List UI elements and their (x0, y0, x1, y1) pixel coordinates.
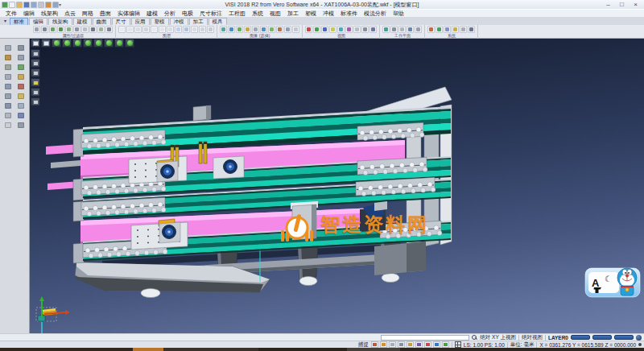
type-filter-icon[interactable] (65, 26, 72, 33)
close-button[interactable]: × (629, 1, 642, 9)
menu-item-15[interactable]: 加工 (284, 10, 302, 18)
view-rotate-icon[interactable] (337, 26, 345, 33)
select-all-icon[interactable] (73, 26, 80, 33)
scissors-icon[interactable] (16, 53, 25, 61)
view-front-icon[interactable] (321, 26, 328, 33)
tab-11[interactable]: 模具 (208, 18, 227, 25)
layer-block-3[interactable] (614, 335, 634, 340)
new-window-icon[interactable] (31, 39, 40, 47)
menu-item-19[interactable]: 模流分析 (361, 10, 390, 18)
workplane-3pt-icon[interactable] (415, 26, 422, 33)
menu-item-4[interactable]: 点云 (61, 10, 79, 18)
app-icon[interactable] (2, 2, 8, 8)
bottom-view-icon[interactable] (125, 39, 134, 47)
view-prev-icon[interactable] (369, 26, 377, 33)
layer-filter-icon[interactable] (57, 26, 64, 33)
menu-item-5[interactable]: 网格 (79, 10, 97, 18)
mask-filter-icon[interactable] (31, 97, 40, 106)
view-pan-icon[interactable] (345, 26, 353, 33)
trim-icon[interactable] (16, 43, 25, 52)
rotate-icon[interactable] (3, 72, 12, 81)
copy-icon[interactable] (16, 63, 25, 71)
calculator-icon[interactable] (436, 26, 443, 33)
options-icon[interactable] (452, 26, 459, 33)
menu-item-11[interactable]: 尺寸标注 (196, 10, 225, 18)
workplane-align-icon[interactable] (390, 26, 398, 33)
section-icon[interactable] (268, 26, 275, 33)
status-tool-8[interactable] (433, 341, 440, 348)
plane-filter-icon[interactable] (31, 59, 40, 68)
layer-copy-icon[interactable] (159, 26, 166, 33)
undo-icon[interactable] (45, 2, 52, 8)
menu-item-3[interactable]: 线架构 (38, 10, 61, 18)
frame-icon[interactable] (3, 53, 12, 61)
status-tool-3[interactable] (389, 341, 396, 348)
right-view-icon[interactable] (93, 39, 103, 47)
workplane-icon[interactable] (382, 26, 390, 33)
windows-taskbar[interactable] (0, 348, 644, 351)
hide-icon[interactable] (89, 26, 97, 33)
move-icon[interactable] (3, 63, 12, 71)
render-sphere-icon[interactable] (636, 335, 642, 341)
delete-icon[interactable] (16, 121, 25, 129)
layer-block-2[interactable] (592, 335, 612, 340)
menu-item-14[interactable]: 视图 (266, 10, 284, 18)
light-icon[interactable] (284, 26, 291, 33)
settings-icon[interactable] (427, 26, 435, 33)
layer-move-icon[interactable] (151, 26, 158, 33)
workplane-reset-icon[interactable] (398, 26, 406, 33)
menu-item-16[interactable]: 塑模 (302, 10, 320, 18)
tab-8[interactable]: 塑模 (151, 18, 169, 25)
minimize-button[interactable]: – (601, 1, 615, 9)
extend-icon[interactable] (16, 101, 25, 109)
layer-filter-icon[interactable] (31, 88, 40, 97)
join-icon[interactable] (16, 111, 25, 119)
status-tool-2[interactable] (380, 341, 387, 348)
taskbar-segment-4[interactable] (258, 348, 347, 351)
properties-icon[interactable] (33, 26, 40, 33)
front-view-icon[interactable] (72, 39, 82, 47)
menu-item-7[interactable]: 实体编辑 (114, 10, 143, 18)
maximize-button[interactable]: □ (615, 1, 629, 9)
menu-item-12[interactable]: 工程图 (225, 10, 249, 18)
tab-9[interactable]: 冲模 (170, 18, 188, 25)
search-icon[interactable] (472, 335, 477, 341)
stretch-icon[interactable] (16, 82, 25, 90)
layer-lock-icon[interactable] (167, 26, 174, 33)
tabstrip-caret-icon[interactable]: ▾ (2, 18, 9, 25)
workplane-face-icon[interactable] (407, 26, 414, 33)
3d-viewport[interactable]: 智造资料网 A ☾ (30, 39, 644, 333)
render-icon[interactable] (244, 26, 251, 33)
zoom-window-icon[interactable] (361, 26, 369, 33)
menu-item-13[interactable]: 系统 (249, 10, 266, 18)
shaded-view-icon[interactable] (41, 39, 51, 47)
current-layer-label[interactable]: LAYER0 (548, 335, 568, 341)
help-icon[interactable] (468, 26, 475, 33)
layer-list-icon[interactable] (126, 26, 134, 33)
redo-icon[interactable] (52, 2, 59, 8)
macro-icon[interactable] (444, 26, 451, 33)
wireframe-icon[interactable] (228, 26, 235, 33)
taskbar-segment-2[interactable] (133, 348, 163, 351)
view-iso-icon[interactable] (329, 26, 336, 33)
filter-icon[interactable] (41, 26, 48, 33)
break-icon[interactable] (3, 111, 12, 119)
view-top-icon[interactable] (313, 26, 320, 33)
conveyor-assembly-model[interactable] (30, 39, 644, 333)
menu-item-10[interactable]: 电极 (179, 10, 196, 18)
layer-color-icon[interactable] (183, 26, 190, 33)
iso-view-icon[interactable] (62, 39, 72, 47)
zoom-fit-icon[interactable] (353, 26, 361, 33)
menu-item-9[interactable]: 分析 (161, 10, 179, 18)
back-view-icon[interactable] (114, 39, 124, 47)
background-icon[interactable] (292, 26, 299, 33)
taskbar-segment-3[interactable] (163, 348, 258, 351)
tab-4[interactable]: 建模 (73, 18, 92, 25)
color-filter-icon[interactable] (49, 26, 56, 33)
menu-item-2[interactable]: 编辑 (20, 10, 38, 18)
layer-block-1[interactable] (571, 335, 590, 340)
layer-off-icon[interactable] (142, 26, 150, 33)
open-file-icon[interactable] (16, 2, 23, 8)
layer-new-icon[interactable] (118, 26, 126, 33)
top-view-icon[interactable] (83, 39, 93, 47)
